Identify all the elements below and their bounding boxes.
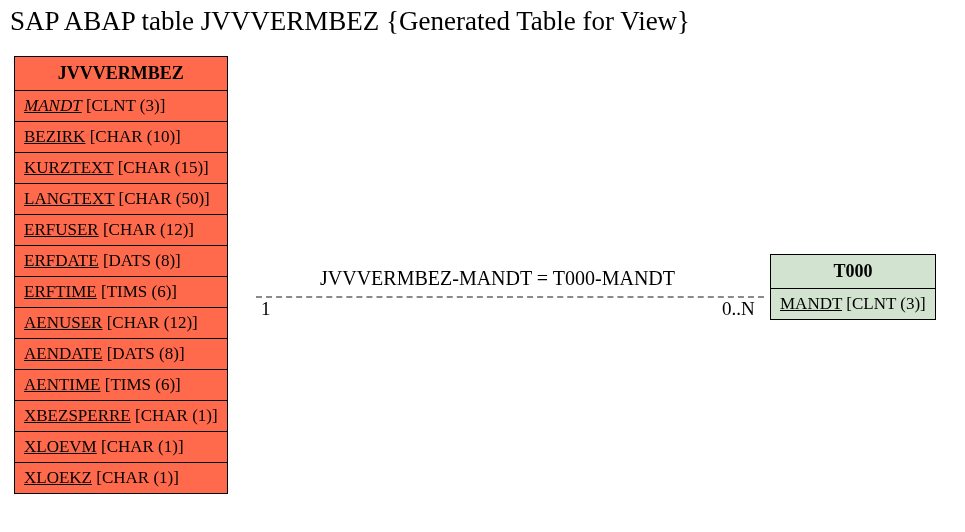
field-type: [CHAR (12)] <box>99 220 194 239</box>
field-type: [CHAR (1)] <box>92 468 179 487</box>
field-name: MANDT <box>780 294 842 313</box>
field-name: BEZIRK <box>24 127 85 146</box>
cardinality-left: 1 <box>261 298 271 320</box>
jvvvermbez-field-erfuser: ERFUSER [CHAR (12)] <box>15 215 228 246</box>
field-name: XBEZSPERRE <box>24 406 131 425</box>
field-name: XLOEVM <box>24 437 97 456</box>
jvvvermbez-field-langtext: LANGTEXT [CHAR (50)] <box>15 184 228 215</box>
field-type: [CHAR (1)] <box>97 437 184 456</box>
field-name: XLOEKZ <box>24 468 92 487</box>
field-type: [CHAR (15)] <box>113 158 208 177</box>
field-type: [CLNT (3)] <box>842 294 926 313</box>
entity-jvvvermbez-header: JVVVERMBEZ <box>15 57 228 91</box>
jvvvermbez-field-aenuser: AENUSER [CHAR (12)] <box>15 308 228 339</box>
field-type: [TIMS (6)] <box>100 375 180 394</box>
relation-connector <box>256 296 764 298</box>
field-type: [CHAR (50)] <box>114 189 209 208</box>
cardinality-right: 0..N <box>722 298 755 320</box>
field-type: [CHAR (10)] <box>85 127 180 146</box>
field-name: MANDT <box>24 96 82 115</box>
jvvvermbez-field-aentime: AENTIME [TIMS (6)] <box>15 370 228 401</box>
jvvvermbez-field-xbezsperre: XBEZSPERRE [CHAR (1)] <box>15 401 228 432</box>
jvvvermbez-field-erfdate: ERFDATE [DATS (8)] <box>15 246 228 277</box>
field-name: KURZTEXT <box>24 158 113 177</box>
field-type: [CLNT (3)] <box>82 96 166 115</box>
field-name: AENUSER <box>24 313 102 332</box>
relation-label: JVVVERMBEZ-MANDT = T000-MANDT <box>320 267 675 290</box>
field-name: ERFDATE <box>24 251 99 270</box>
t000-field-mandt: MANDT [CLNT (3)] <box>771 289 936 320</box>
field-name: AENDATE <box>24 344 102 363</box>
field-name: ERFUSER <box>24 220 99 239</box>
field-name: AENTIME <box>24 375 100 394</box>
jvvvermbez-field-xloekz: XLOEKZ [CHAR (1)] <box>15 463 228 494</box>
entity-t000: T000 MANDT [CLNT (3)] <box>770 254 936 320</box>
page-title: SAP ABAP table JVVVERMBEZ {Generated Tab… <box>10 6 690 37</box>
jvvvermbez-field-erftime: ERFTIME [TIMS (6)] <box>15 277 228 308</box>
jvvvermbez-field-kurztext: KURZTEXT [CHAR (15)] <box>15 153 228 184</box>
jvvvermbez-field-mandt: MANDT [CLNT (3)] <box>15 91 228 122</box>
entity-jvvvermbez: JVVVERMBEZ MANDT [CLNT (3)]BEZIRK [CHAR … <box>14 56 228 494</box>
jvvvermbez-field-bezirk: BEZIRK [CHAR (10)] <box>15 122 228 153</box>
field-type: [CHAR (12)] <box>102 313 197 332</box>
field-type: [CHAR (1)] <box>131 406 218 425</box>
field-type: [DATS (8)] <box>99 251 181 270</box>
jvvvermbez-field-aendate: AENDATE [DATS (8)] <box>15 339 228 370</box>
field-type: [TIMS (6)] <box>97 282 177 301</box>
field-name: LANGTEXT <box>24 189 114 208</box>
field-name: ERFTIME <box>24 282 97 301</box>
field-type: [DATS (8)] <box>102 344 184 363</box>
jvvvermbez-field-xloevm: XLOEVM [CHAR (1)] <box>15 432 228 463</box>
entity-t000-header: T000 <box>771 255 936 289</box>
